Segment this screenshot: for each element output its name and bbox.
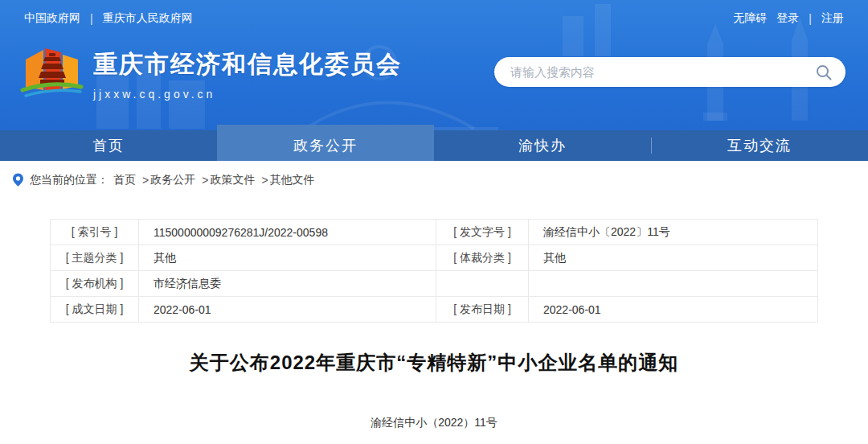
table-row: [ 成文日期 ] 2022-06-01 [ 发布日期 ] 2022-06-01 [51, 297, 818, 323]
meta-label-empty [436, 271, 529, 297]
site-title: 重庆市经济和信息化委员会 [93, 48, 402, 81]
meta-value-issuing-org: 市经济信息委 [139, 271, 436, 297]
search-input[interactable] [510, 65, 813, 79]
search-bar[interactable] [494, 57, 845, 87]
meta-value-doc-symbol: 渝经信中小〔2022〕11号 [529, 220, 818, 245]
table-row: [ 索引号 ] 11500000009276281J/2022-00598 [ … [51, 220, 818, 245]
location-pin-icon [13, 173, 23, 187]
top-bar-separator: | [809, 12, 812, 25]
link-accessibility[interactable]: 无障碍 [733, 11, 767, 26]
meta-label-issuing-org: [ 发布机构 ] [51, 271, 139, 297]
search-icon [815, 64, 833, 81]
meta-label-written-date: [ 成文日期 ] [51, 297, 139, 323]
top-link-bar: 中国政府网 | 重庆市人民政府网 无障碍 登录 | 注册 [0, 11, 868, 26]
breadcrumb-separator: > [202, 174, 208, 187]
breadcrumb-separator: > [142, 174, 149, 187]
document-meta-table: [ 索引号 ] 11500000009276281J/2022-00598 [ … [50, 219, 818, 323]
breadcrumb: 您当前的位置： 首页 > 政务公开 > 政策文件 > 其他文件 [0, 161, 868, 199]
link-register[interactable]: 注册 [821, 11, 844, 26]
article-doc-number: 渝经信中小（2022）11号 [0, 416, 868, 430]
breadcrumb-item-gov-affairs[interactable]: 政务公开 [150, 173, 195, 187]
meta-value-genre-class: 其他 [529, 245, 818, 271]
nav-item-home[interactable]: 首页 [0, 130, 217, 161]
main-nav: 首页 政务公开 渝快办 互动交流 [0, 130, 868, 161]
meta-label-index-number: [ 索引号 ] [51, 220, 139, 245]
article-title: 关于公布2022年重庆市“专精特新”中小企业名单的通知 [0, 350, 868, 376]
site-url: jjxxw.cq.gov.cn [93, 88, 402, 101]
agency-logo-icon [19, 42, 84, 106]
search-button[interactable] [813, 62, 834, 83]
nav-item-interaction[interactable]: 互动交流 [651, 130, 868, 161]
table-row: [ 发布机构 ] 市经济信息委 [51, 271, 818, 297]
breadcrumb-item-home[interactable]: 首页 [113, 173, 136, 187]
meta-value-empty [529, 271, 818, 297]
link-china-gov[interactable]: 中国政府网 [24, 11, 80, 26]
site-branding[interactable]: 重庆市经济和信息化委员会 jjxxw.cq.gov.cn [19, 42, 402, 106]
meta-label-publish-date: [ 发布日期 ] [436, 297, 529, 323]
top-bar-separator: | [90, 12, 93, 25]
link-login[interactable]: 登录 [776, 11, 799, 26]
meta-label-doc-symbol: [ 发文字号 ] [436, 220, 529, 245]
breadcrumb-item-other-files[interactable]: 其他文件 [270, 173, 315, 187]
nav-item-gov-affairs[interactable]: 政务公开 [217, 125, 434, 161]
table-row: [ 主题分类 ] 其他 [ 体裁分类 ] 其他 [51, 245, 818, 271]
site-header: 中国政府网 | 重庆市人民政府网 无障碍 登录 | 注册 [0, 0, 868, 161]
breadcrumb-item-policy-files[interactable]: 政策文件 [210, 173, 255, 187]
link-chongqing-gov[interactable]: 重庆市人民政府网 [103, 11, 193, 26]
meta-value-topic-class: 其他 [139, 245, 436, 271]
meta-value-index-number: 11500000009276281J/2022-00598 [139, 220, 436, 245]
nav-item-yukuaiban[interactable]: 渝快办 [434, 130, 651, 161]
breadcrumb-prefix: 您当前的位置： [30, 173, 108, 187]
meta-label-topic-class: [ 主题分类 ] [51, 245, 139, 271]
meta-label-genre-class: [ 体裁分类 ] [436, 245, 529, 271]
meta-value-publish-date: 2022-06-01 [529, 297, 818, 323]
meta-value-written-date: 2022-06-01 [139, 297, 436, 323]
breadcrumb-separator: > [261, 174, 268, 187]
